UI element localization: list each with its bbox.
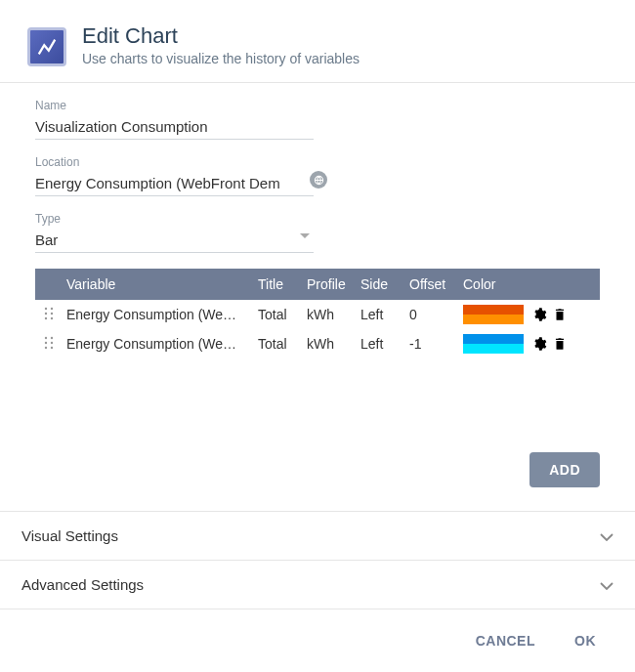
cell-title: Total	[258, 307, 307, 322]
col-header-color: Color	[463, 276, 531, 292]
location-label: Location	[35, 155, 314, 169]
table-row[interactable]: Energy Consumption (We… Total kWh Left 0	[35, 300, 600, 329]
cell-offset: -1	[409, 336, 463, 352]
gear-icon[interactable]	[531, 307, 547, 322]
add-button[interactable]: ADD	[529, 452, 600, 487]
svg-point-9	[45, 341, 47, 343]
cell-title: Total	[258, 336, 307, 352]
cell-variable: Energy Consumption (We…	[63, 336, 258, 352]
chevron-down-icon	[600, 527, 614, 544]
color-swatch[interactable]	[463, 334, 524, 354]
trash-icon[interactable]	[553, 307, 567, 322]
svg-point-3	[45, 312, 47, 314]
svg-point-1	[45, 307, 47, 309]
dialog-title: Edit Chart	[82, 23, 615, 49]
type-label: Type	[35, 212, 314, 226]
accordion-visual-settings[interactable]: Visual Settings	[0, 512, 635, 561]
table-header: Variable Title Profile Side Offset Color	[35, 269, 600, 300]
svg-point-12	[51, 346, 53, 348]
svg-point-4	[51, 312, 53, 314]
drag-handle-icon[interactable]	[35, 336, 63, 353]
chevron-down-icon	[600, 576, 614, 593]
location-globe-icon[interactable]	[310, 171, 327, 189]
gear-icon[interactable]	[531, 336, 547, 352]
type-select[interactable]: Bar	[35, 228, 314, 253]
name-label: Name	[35, 99, 314, 112]
svg-point-8	[51, 336, 53, 338]
svg-point-7	[45, 336, 47, 338]
chart-icon	[27, 27, 66, 66]
color-swatch[interactable]	[463, 305, 524, 324]
form-section: Name Location Type Bar Variable Title Pr…	[0, 83, 635, 437]
dialog-header: Edit Chart Use charts to visualize the h…	[0, 0, 635, 83]
cell-profile: kWh	[307, 307, 360, 322]
svg-point-10	[51, 341, 53, 343]
svg-point-6	[51, 316, 53, 318]
col-header-variable: Variable	[63, 276, 258, 292]
location-input[interactable]	[35, 171, 314, 196]
name-input[interactable]	[35, 114, 314, 140]
svg-point-2	[51, 307, 53, 309]
cancel-button[interactable]: CANCEL	[476, 633, 535, 649]
svg-point-5	[45, 316, 47, 318]
cell-offset: 0	[409, 307, 463, 322]
dialog-footer: CANCEL OK	[0, 609, 635, 668]
drag-handle-icon[interactable]	[35, 307, 63, 323]
col-header-side: Side	[360, 276, 409, 292]
trash-icon[interactable]	[553, 336, 567, 352]
cell-variable: Energy Consumption (We…	[63, 307, 258, 322]
cell-side: Left	[360, 307, 409, 322]
dialog-subtitle: Use charts to visualize the history of v…	[82, 51, 615, 66]
cell-profile: kWh	[307, 336, 360, 352]
accordion-label: Visual Settings	[21, 527, 118, 544]
svg-point-11	[45, 346, 47, 348]
col-header-profile: Profile	[307, 276, 360, 292]
table-row[interactable]: Energy Consumption (We… Total kWh Left -…	[35, 329, 600, 358]
col-header-title: Title	[258, 276, 307, 292]
accordion-advanced-settings[interactable]: Advanced Settings	[0, 561, 635, 609]
accordion-label: Advanced Settings	[21, 576, 144, 593]
ok-button[interactable]: OK	[574, 633, 596, 649]
variables-table: Variable Title Profile Side Offset Color…	[35, 269, 600, 437]
cell-side: Left	[360, 336, 409, 352]
col-header-offset: Offset	[409, 276, 463, 292]
